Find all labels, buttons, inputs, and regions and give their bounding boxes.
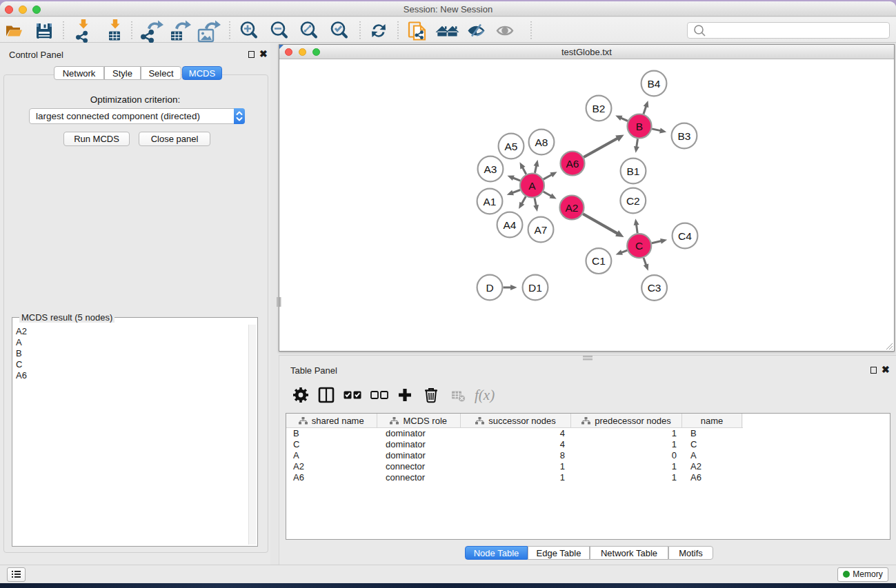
svg-text:B3: B3 <box>678 130 691 142</box>
svg-text:A8: A8 <box>535 136 548 148</box>
svg-text:A6: A6 <box>566 158 579 170</box>
svg-text:B2: B2 <box>593 103 606 114</box>
svg-text:C: C <box>635 240 643 252</box>
svg-text:B4: B4 <box>648 78 661 90</box>
svg-text:A4: A4 <box>504 219 517 231</box>
svg-text:B: B <box>636 121 643 132</box>
svg-text:C1: C1 <box>592 255 606 267</box>
svg-text:A2: A2 <box>566 202 579 214</box>
svg-text:A1: A1 <box>484 196 497 207</box>
svg-text:f(x): f(x) <box>475 387 495 403</box>
svg-text:A7: A7 <box>535 224 548 236</box>
svg-text:C3: C3 <box>648 282 661 294</box>
svg-text:C2: C2 <box>626 195 640 207</box>
svg-text:C4: C4 <box>678 230 692 242</box>
svg-text:D1: D1 <box>528 282 542 294</box>
svg-text:A5: A5 <box>505 141 518 152</box>
svg-text:A: A <box>528 180 536 192</box>
svg-text:A3: A3 <box>484 163 497 175</box>
svg-text:B1: B1 <box>627 165 640 177</box>
svg-text:D: D <box>486 282 493 294</box>
